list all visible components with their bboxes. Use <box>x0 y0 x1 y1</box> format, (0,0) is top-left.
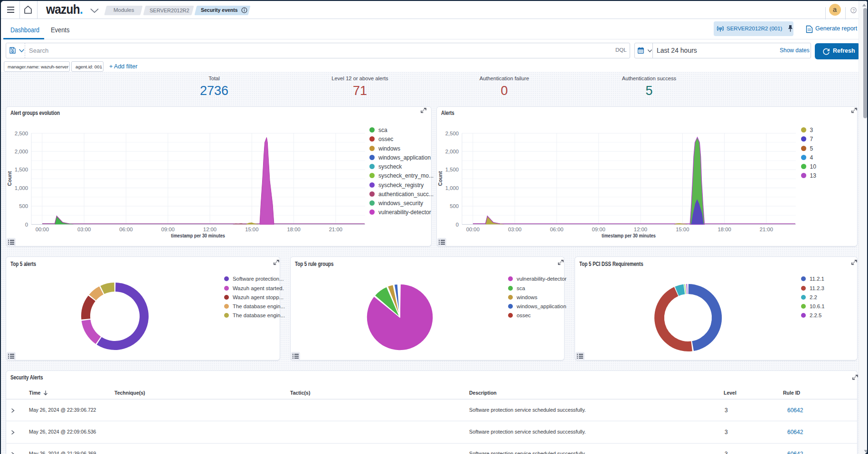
svg-text:15:00: 15:00 <box>676 227 689 232</box>
svg-text:2,500: 2,500 <box>15 131 28 136</box>
svg-text:06:00: 06:00 <box>550 227 563 232</box>
svg-text:03:00: 03:00 <box>508 227 521 232</box>
svg-text:?: ? <box>852 8 855 13</box>
svg-text:2,500: 2,500 <box>445 131 459 136</box>
svg-text:0: 0 <box>456 222 459 227</box>
svg-text:500: 500 <box>19 203 28 209</box>
svg-text:2,000: 2,000 <box>15 149 28 154</box>
svg-text:18:00: 18:00 <box>287 227 300 232</box>
svg-text:timestamp per 30 minutes: timestamp per 30 minutes <box>171 233 225 238</box>
svg-text:1,000: 1,000 <box>15 185 28 191</box>
svg-text:1,000: 1,000 <box>445 185 459 191</box>
svg-text:15:00: 15:00 <box>245 227 258 232</box>
svg-text:timestamp per 30 minutes: timestamp per 30 minutes <box>602 233 656 238</box>
svg-text:06:00: 06:00 <box>119 227 132 232</box>
svg-text:18:00: 18:00 <box>717 227 731 232</box>
svg-text:1,500: 1,500 <box>15 167 28 172</box>
svg-text:00:00: 00:00 <box>36 227 49 232</box>
svg-text:12:00: 12:00 <box>203 227 217 232</box>
svg-text:03:00: 03:00 <box>77 227 91 232</box>
svg-text:21:00: 21:00 <box>329 227 342 232</box>
svg-text:Count: Count <box>7 171 12 186</box>
svg-text:500: 500 <box>450 203 459 209</box>
svg-text:09:00: 09:00 <box>161 227 175 232</box>
svg-text:12:00: 12:00 <box>634 227 647 232</box>
svg-text:1,500: 1,500 <box>445 167 459 172</box>
svg-text:00:00: 00:00 <box>466 227 480 232</box>
svg-text:0: 0 <box>25 222 28 227</box>
svg-text:Count: Count <box>437 171 443 186</box>
svg-text:09:00: 09:00 <box>592 227 605 232</box>
svg-text:2,000: 2,000 <box>445 149 459 154</box>
svg-text:21:00: 21:00 <box>760 227 773 232</box>
